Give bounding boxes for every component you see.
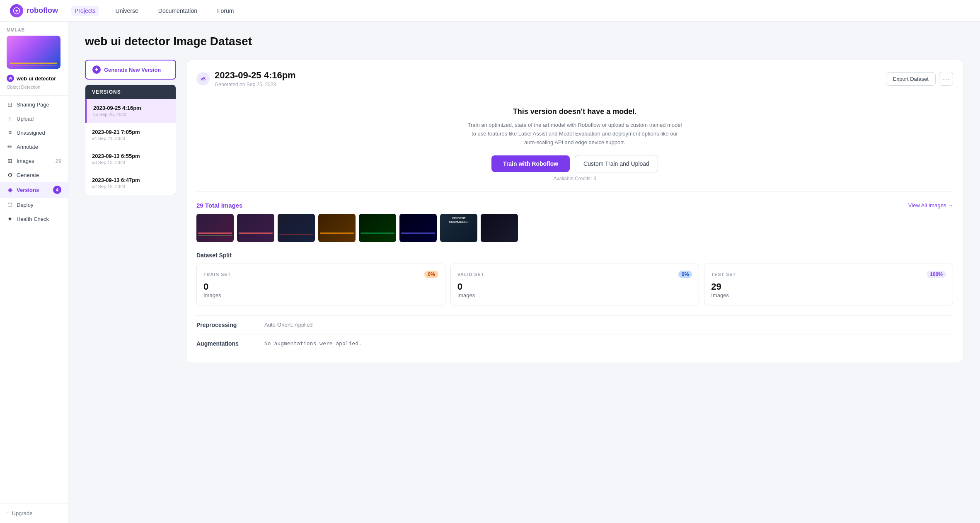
nav-forum[interactable]: Forum (214, 6, 237, 16)
thumb-bar-blue (401, 232, 435, 234)
version-date-2: 2023-09-13 6:55pm (92, 153, 169, 159)
version-meta-3: v2 Sep 13, 2023 (92, 184, 169, 189)
no-model-section: This version doesn't have a model. Train… (196, 96, 953, 192)
nav-documentation[interactable]: Documentation (155, 6, 201, 16)
versions-panel: + Generate New Version VERSIONS 2023-09-… (85, 60, 176, 195)
upgrade-label: Upgrade (12, 510, 33, 516)
sidebar-item-versions[interactable]: ◈ Versions 4 (0, 182, 68, 198)
image-thumb-2[interactable] (278, 214, 315, 242)
test-count: 29 (711, 281, 946, 292)
sidebar-item-sharing-page[interactable]: ⊡ Sharing Page (0, 97, 68, 111)
generate-btn-label: Generate New Version (104, 67, 161, 73)
image-thumb-6[interactable]: INCIDENTCOMMANDER (440, 214, 477, 242)
version-date-1: 2023-09-21 7:05pm (92, 129, 169, 135)
navbar: roboflow Projects Universe Documentation… (0, 0, 980, 22)
dataset-split-section: Dataset Split TRAIN SET 0% 0 Images (196, 252, 953, 305)
detail-header: v5 2023-09-25 4:16pm Generated on Sep 25… (196, 70, 953, 87)
test-images-label: Images (711, 292, 946, 298)
total-label2: Total Images (205, 202, 243, 209)
split-cards: TRAIN SET 0% 0 Images VALID SET 0% 0 (196, 264, 953, 305)
header-actions: Export Dataset ⋯ (886, 72, 953, 86)
main-content: web ui detector Image Dataset + Generate… (68, 22, 980, 523)
sidebar-item-health-check[interactable]: ♥ Health Check (0, 212, 68, 226)
workspace-label: MMLAB (0, 22, 68, 36)
train-set-card: TRAIN SET 0% 0 Images (196, 264, 445, 305)
project-name: web ui detector (17, 75, 56, 82)
thumb-bar-orange (320, 232, 354, 234)
health-check-icon: ♥ (7, 215, 13, 222)
version-title-area: v5 2023-09-25 4:16pm Generated on Sep 25… (196, 70, 296, 87)
version-badge: v5 (196, 72, 210, 85)
sidebar-item-annotate[interactable]: ✏ Annotate (0, 140, 68, 154)
image-thumb-1[interactable] (237, 214, 274, 242)
sharing-page-icon: ⊡ (7, 101, 13, 108)
sidebar-item-upload[interactable]: ↑ Upload (0, 111, 68, 126)
custom-train-and-upload-button[interactable]: Custom Train and Upload (575, 155, 658, 172)
no-model-desc: Train an optimized, state of the art mod… (467, 121, 682, 147)
valid-set-card: VALID SET 0% 0 Images (450, 264, 699, 305)
train-pct-badge: 0% (424, 271, 438, 278)
version-item-2[interactable]: 2023-09-13 6:55pm v3 Sep 13, 2023 (85, 147, 176, 171)
project-icon: W (7, 75, 14, 82)
train-images-label: Images (203, 292, 438, 298)
train-set-header: TRAIN SET 0% (203, 271, 438, 278)
thumb-placeholder-7 (481, 214, 518, 242)
logo-text: roboflow (27, 6, 58, 15)
valid-set-title: VALID SET (457, 272, 484, 277)
export-dataset-button[interactable]: Export Dataset (886, 72, 936, 86)
image-thumb-5[interactable] (399, 214, 437, 242)
layout: MMLAB View on Universe W web ui detector… (0, 22, 980, 523)
version-meta-2: v3 Sep 13, 2023 (92, 160, 169, 165)
more-options-button[interactable]: ⋯ (939, 72, 953, 86)
upgrade-icon: ↑ (7, 510, 10, 516)
upgrade-button[interactable]: ↑ Upgrade (7, 510, 61, 516)
project-thumbnail[interactable]: View on Universe (7, 36, 60, 69)
thumb-placeholder-3 (318, 214, 356, 242)
upload-icon: ↑ (7, 115, 13, 122)
augmentations-row: Augmentations No augmentations were appl… (196, 334, 953, 353)
sidebar-item-label: Images (17, 158, 34, 164)
sidebar-item-unassigned[interactable]: ≡ Unassigned (0, 126, 68, 140)
sidebar-item-deploy[interactable]: ⬡ Deploy (0, 198, 68, 212)
total-count: 29 (196, 202, 203, 209)
augmentation-label: Augmentations (196, 340, 254, 347)
thumb-bar (198, 232, 232, 234)
nav-universe[interactable]: Universe (112, 6, 142, 16)
thumb-placeholder-6: INCIDENTCOMMANDER (440, 214, 477, 242)
version-item-3[interactable]: 2023-09-13 6:47pm v2 Sep 13, 2023 (85, 171, 176, 195)
image-thumb-4[interactable] (359, 214, 396, 242)
valid-count: 0 (457, 281, 692, 292)
thumb-placeholder-0 (196, 214, 234, 242)
versions-icon: ◈ (7, 186, 13, 193)
images-icon: ⊞ (7, 157, 13, 164)
sidebar-divider (0, 95, 68, 96)
sidebar-item-label: Unassigned (17, 130, 45, 136)
unassigned-icon: ≡ (7, 129, 13, 136)
version-generated: Generated on Sep 25, 2023 (215, 82, 296, 87)
content-grid: + Generate New Version VERSIONS 2023-09-… (85, 60, 963, 363)
version-date-0: 2023-09-25 4:16pm (93, 105, 169, 111)
version-item-1[interactable]: 2023-09-21 7:05pm v4 Sep 21, 2023 (85, 123, 176, 147)
action-buttons: Train with Roboflow Custom Train and Upl… (205, 155, 945, 172)
generate-new-version-button[interactable]: + Generate New Version (85, 60, 176, 80)
thumb-bar2 (198, 235, 232, 236)
sidebar-item-images[interactable]: ⊞ Images 29 (0, 154, 68, 168)
logo[interactable]: roboflow (10, 4, 58, 17)
preprocessing-row: Preprocessing Auto-Orient: Applied (196, 315, 953, 334)
version-meta-1: v4 Sep 21, 2023 (92, 136, 169, 141)
sidebar-item-label: Sharing Page (17, 102, 49, 108)
version-item-0[interactable]: 2023-09-25 4:16pm v5 Sep 25, 2023 (85, 99, 176, 123)
no-model-title: This version doesn't have a model. (205, 107, 945, 116)
image-thumb-0[interactable] (196, 214, 234, 242)
preprocessing-label: Preprocessing (196, 322, 254, 328)
valid-pct-badge: 0% (678, 271, 692, 278)
test-pct-badge: 100% (927, 271, 946, 278)
project-name-row: W web ui detector (0, 72, 68, 85)
view-all-images-link[interactable]: View All Images → (908, 202, 953, 208)
sidebar-item-label: Health Check (17, 216, 49, 222)
image-thumb-3[interactable] (318, 214, 356, 242)
nav-projects[interactable]: Projects (71, 6, 99, 16)
train-with-roboflow-button[interactable]: Train with Roboflow (491, 155, 570, 172)
sidebar-item-generate[interactable]: ⚙ Generate (0, 168, 68, 182)
image-thumb-7[interactable] (481, 214, 518, 242)
